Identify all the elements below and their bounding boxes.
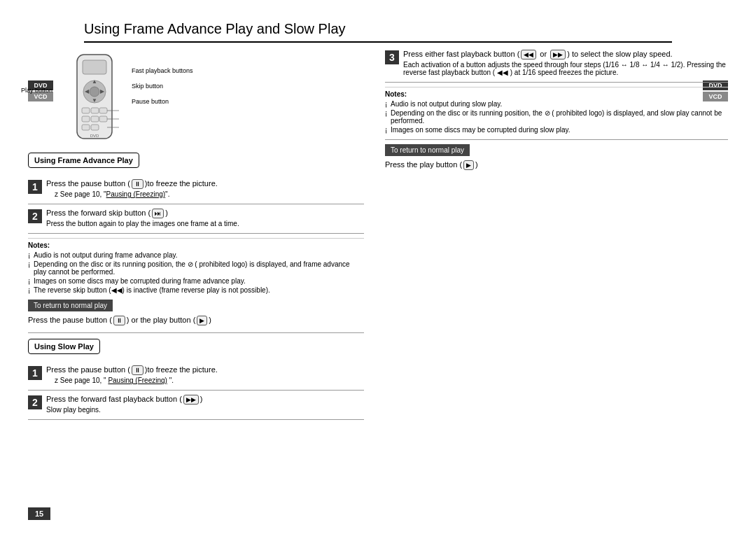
right-note-3: Images on some discs may be corrupted du… [385,126,728,134]
slow-play-begins: Slow play begins. [46,406,364,414]
notes-title: Notes: [28,241,364,249]
fast-playback-label: Fast playback buttons [132,67,193,74]
page-title: Using Frame Advance Play and Slow Play [84,21,672,43]
note-item-2: Depending on the disc or its running pos… [28,260,364,276]
slow-play-title: Using Slow Play [28,339,100,354]
frame-advance-heading: Using Frame Advance Play [28,153,364,174]
step2-number: 2 [28,209,42,223]
note-item-1: Audio is not output during frame advance… [28,251,364,259]
slow-step2-number: 2 [28,395,42,409]
return-pause-icon: ⏸ [113,316,125,325]
slow-step1-number: 1 [28,366,42,380]
right-column: 3 Press either fast playback button (◀◀ … [385,50,728,424]
right-notes-title: Notes: [385,90,728,98]
diagram-labels: Fast playback buttons Skip button Pause … [132,67,193,105]
return-normal-text: Press the pause button (⏸) or the play b… [28,316,364,325]
step2-secondary: Press the button again to play the image… [46,220,364,227]
right-note-2: Depending on the disc or its running pos… [385,109,728,125]
right-notes: Notes: Audio is not output during slow p… [385,87,728,134]
skip-btn-icon: ⏭ [152,209,164,218]
svg-point-3 [90,87,99,97]
return-normal-header: To return to normal play [28,300,113,311]
play-button-label: Play button [21,87,52,94]
right-play-icon: ▶ [463,160,474,170]
right-divider2 [385,139,728,140]
note-item-3: Images on some discs may be corrupted du… [28,277,364,285]
return-play-icon: ▶ [197,316,207,325]
step3-content: Press either fast playback button (◀◀ or… [403,50,728,76]
frame-advance-step2: 2 Press the forward skip button (⏭) Pres… [28,209,364,227]
svg-rect-8 [82,108,90,113]
pause-btn-icon: ⏸ [132,179,144,189]
right-return-header: To return to normal play [385,144,470,156]
step1-subtext: See page 10, "Pausing (Freezing)". [55,190,364,198]
note-item-4: The reverse skip button (◀◀) is inactive… [28,286,364,294]
right-note-1: Audio is not output during slow play. [385,100,728,108]
slow-step1-sub: See page 10, " Pausing (Freezing) ". [55,377,364,384]
frame-advance-step1: 1 Press the pause button (⏸)to freeze th… [28,179,364,198]
pause-button-label: Pause button [132,98,193,105]
step1-text: Press the pause button (⏸)to freeze the … [46,179,364,189]
slow-pause-icon: ⏸ [132,365,144,375]
right-step3: 3 Press either fast playback button (◀◀ … [385,50,728,76]
left-column: Play button ▲ ▼ ◀ ▶ [28,50,364,424]
slow-step2-text: Press the forward fast playback button (… [46,395,364,405]
svg-rect-10 [99,108,107,113]
svg-text:◀: ◀ [85,88,90,94]
step1-number: 1 [28,180,42,194]
slow-step2-content: Press the forward fast playback button (… [46,395,364,414]
svg-rect-15 [91,125,99,130]
frame-advance-notes: Notes: Audio is not output during frame … [28,238,364,294]
divider1 [28,204,364,204]
step1-content: Press the pause button (⏸)to freeze the … [46,179,364,198]
skip-button-label: Skip button [132,83,193,90]
divider3 [28,332,364,333]
svg-rect-13 [99,116,107,122]
frame-advance-return: To return to normal play Press the pause… [28,300,364,325]
rew-icon: ◀◀ [521,50,536,59]
right-return-text: Press the play button (▶) [385,160,728,170]
right-divider1 [385,82,728,83]
page-number: 15 [28,507,50,520]
remote-diagram: ▲ ▼ ◀ ▶ [63,53,126,144]
step3-detail: Each activation of a button adjusts the … [403,61,728,76]
divider2 [28,233,364,234]
svg-text:▼: ▼ [92,97,97,104]
step2-content: Press the forward skip button (⏭) Press … [46,209,364,227]
step2-text: Press the forward skip button (⏭) [46,209,364,218]
fast-fwd-icon: ▶▶ [183,395,199,405]
slow-play-step1: 1 Press the pause button (⏸)to freeze th… [28,365,364,384]
slow-play-step2: 2 Press the forward fast playback button… [28,395,364,414]
svg-rect-12 [91,116,99,122]
svg-rect-11 [82,116,90,122]
svg-rect-1 [83,60,106,74]
right-return-normal: To return to normal play Press the play … [385,144,728,170]
divider4 [28,390,364,391]
step3-number: 3 [385,50,399,64]
slow-play-heading: Using Slow Play [28,339,364,360]
step3-text: Press either fast playback button (◀◀ or… [403,50,728,59]
slow-step1-content: Press the pause button (⏸)to freeze the … [46,365,364,384]
svg-text:▲: ▲ [92,78,97,85]
svg-rect-9 [91,108,99,113]
svg-rect-14 [82,125,90,130]
svg-text:DVD: DVD [90,134,99,138]
svg-text:▶: ▶ [100,88,105,94]
fwd-icon: ▶▶ [550,50,566,59]
diagram-area: Play button ▲ ▼ ◀ ▶ [63,53,364,146]
slow-step1-text: Press the pause button (⏸)to freeze the … [46,365,364,375]
frame-advance-title: Using Frame Advance Play [28,153,139,168]
divider5 [28,419,364,420]
